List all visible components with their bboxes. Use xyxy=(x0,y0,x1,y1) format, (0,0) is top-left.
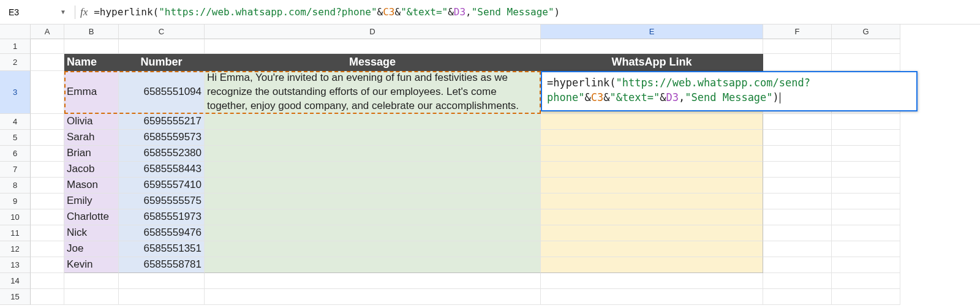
row-header-9[interactable]: 9 xyxy=(0,193,31,209)
cell-link[interactable] xyxy=(541,225,763,241)
cell[interactable] xyxy=(832,178,900,193)
cell-number[interactable]: 6585558443 xyxy=(119,162,205,178)
cell-name[interactable]: Jacob xyxy=(64,162,119,178)
cell-number[interactable]: 6585551094 xyxy=(119,71,205,114)
cell-name[interactable]: Emily xyxy=(64,193,119,209)
cell[interactable] xyxy=(832,289,900,305)
cell-name[interactable]: Olivia xyxy=(64,114,119,130)
cell-name[interactable]: Joe xyxy=(64,241,119,257)
cell[interactable] xyxy=(763,39,832,54)
cell[interactable] xyxy=(205,289,541,305)
cell-name[interactable]: Nick xyxy=(64,225,119,241)
cell[interactable] xyxy=(763,225,832,241)
cell-link[interactable] xyxy=(541,114,763,130)
cell[interactable] xyxy=(763,162,832,178)
cell[interactable] xyxy=(763,241,832,257)
cell[interactable] xyxy=(763,146,832,162)
cell[interactable] xyxy=(31,225,64,241)
cell[interactable] xyxy=(832,162,900,178)
cell[interactable] xyxy=(832,146,900,162)
cell[interactable] xyxy=(763,114,832,130)
cell-message[interactable] xyxy=(205,209,541,225)
cell-number[interactable]: 6595555217 xyxy=(119,114,205,130)
row-header-1[interactable]: 1 xyxy=(0,39,31,54)
col-header-C[interactable]: C xyxy=(119,24,205,39)
cell[interactable] xyxy=(31,146,64,162)
grid-body[interactable]: Name Number Message WhatsApp Link Emma 6… xyxy=(31,39,900,305)
cell[interactable] xyxy=(31,209,64,225)
cell-message[interactable] xyxy=(205,146,541,162)
select-all-corner[interactable] xyxy=(0,24,31,39)
cell-name[interactable]: Brian xyxy=(64,146,119,162)
cell[interactable] xyxy=(832,209,900,225)
cell[interactable] xyxy=(31,289,64,305)
cell-name[interactable]: Kevin xyxy=(64,257,119,273)
cell[interactable] xyxy=(832,39,900,54)
cell-link[interactable] xyxy=(541,257,763,273)
cell[interactable] xyxy=(832,114,900,130)
cell-link[interactable] xyxy=(541,209,763,225)
row-header-8[interactable]: 8 xyxy=(0,178,31,193)
cell[interactable] xyxy=(763,130,832,146)
cell-number[interactable]: 6585559476 xyxy=(119,225,205,241)
cell[interactable] xyxy=(541,289,763,305)
cell[interactable] xyxy=(119,273,205,289)
cell[interactable] xyxy=(31,257,64,273)
cell-number[interactable]: 6585551351 xyxy=(119,241,205,257)
cell[interactable] xyxy=(832,193,900,209)
cell[interactable] xyxy=(31,241,64,257)
cell[interactable] xyxy=(31,178,64,193)
cell[interactable] xyxy=(31,71,64,114)
cell-name[interactable]: Sarah xyxy=(64,130,119,146)
cell[interactable] xyxy=(119,289,205,305)
row-header-14[interactable]: 14 xyxy=(0,273,31,289)
cell[interactable] xyxy=(763,178,832,193)
cell-link[interactable] xyxy=(541,178,763,193)
cell-message[interactable] xyxy=(205,130,541,146)
cell[interactable] xyxy=(832,257,900,273)
cell[interactable] xyxy=(205,273,541,289)
cell-link[interactable] xyxy=(541,241,763,257)
cell[interactable] xyxy=(541,39,763,54)
cell[interactable] xyxy=(763,273,832,289)
cell[interactable] xyxy=(541,273,763,289)
cell-message[interactable] xyxy=(205,241,541,257)
cell[interactable] xyxy=(832,241,900,257)
cell-message[interactable] xyxy=(205,225,541,241)
cell-message[interactable] xyxy=(205,257,541,273)
cell[interactable] xyxy=(763,289,832,305)
cell-name[interactable]: Charlotte xyxy=(64,209,119,225)
cell[interactable] xyxy=(64,39,119,54)
header-whatsapp-link[interactable]: WhatsApp Link xyxy=(541,54,763,71)
cell[interactable] xyxy=(832,273,900,289)
cell[interactable] xyxy=(64,273,119,289)
row-header-15[interactable]: 15 xyxy=(0,289,31,305)
cell-number[interactable]: 6585558781 xyxy=(119,257,205,273)
row-header-7[interactable]: 7 xyxy=(0,162,31,178)
cell-name[interactable]: Mason xyxy=(64,178,119,193)
name-box[interactable] xyxy=(5,4,56,20)
row-header-4[interactable]: 4 xyxy=(0,114,31,130)
col-header-G[interactable]: G xyxy=(832,24,900,39)
cell[interactable] xyxy=(832,225,900,241)
cell[interactable] xyxy=(763,209,832,225)
col-header-E[interactable]: E xyxy=(541,24,763,39)
cell[interactable] xyxy=(832,54,900,71)
cell-link[interactable] xyxy=(541,162,763,178)
cell-name[interactable]: Emma xyxy=(64,71,119,114)
cell-message[interactable] xyxy=(205,178,541,193)
cell[interactable] xyxy=(64,289,119,305)
header-name[interactable]: Name xyxy=(64,54,119,71)
cell-number[interactable]: 6585552380 xyxy=(119,146,205,162)
cell[interactable] xyxy=(31,273,64,289)
cell-message[interactable] xyxy=(205,114,541,130)
row-header-5[interactable]: 5 xyxy=(0,130,31,146)
cell-link[interactable] xyxy=(541,130,763,146)
cell-number[interactable]: 6585551973 xyxy=(119,209,205,225)
cell-number[interactable]: 6595555575 xyxy=(119,193,205,209)
cell[interactable] xyxy=(31,193,64,209)
row-header-2[interactable]: 2 xyxy=(0,54,31,71)
cell[interactable] xyxy=(119,39,205,54)
row-header-10[interactable]: 10 xyxy=(0,209,31,225)
cell[interactable] xyxy=(763,257,832,273)
